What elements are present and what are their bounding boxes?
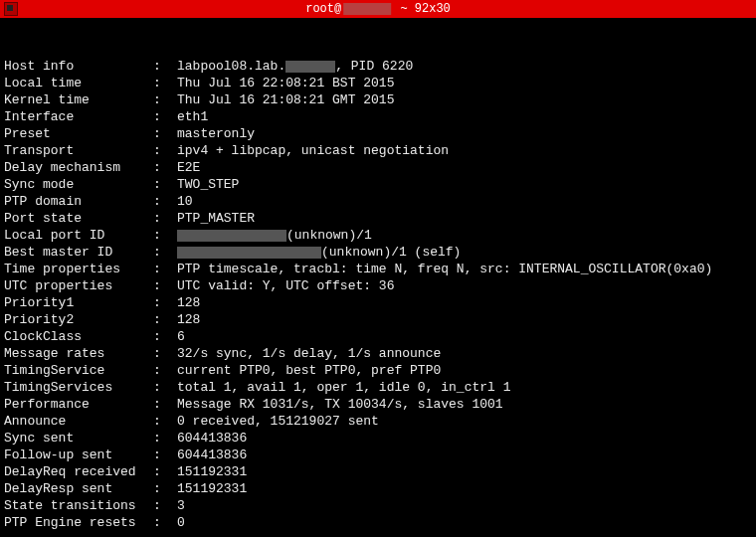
redacted-text <box>285 61 335 73</box>
colon-sep: : <box>153 497 177 514</box>
status-value: Message RX 1031/s, TX 10034/s, slaves 10… <box>177 396 752 413</box>
colon-sep: : <box>153 311 177 328</box>
colon-sep: : <box>153 244 177 261</box>
status-label: DelayResp sent <box>4 480 153 497</box>
colon-sep: : <box>153 294 177 311</box>
status-row: Interface: eth1 <box>4 108 752 125</box>
status-value: current PTP0, best PTP0, pref PTP0 <box>177 362 752 379</box>
status-label: Follow-up sent <box>4 447 153 463</box>
status-row: State transitions: 3 <box>4 497 752 514</box>
status-row: Time properties: PTP timescale, tracbl: … <box>4 261 752 277</box>
colon-sep: : <box>153 480 177 497</box>
status-label: Host info <box>4 58 153 75</box>
status-value: UTC valid: Y, UTC offset: 36 <box>177 277 752 294</box>
status-row: TimingService: current PTP0, best PTP0, … <box>4 362 752 379</box>
status-value: Thu Jul 16 21:08:21 GMT 2015 <box>177 91 752 108</box>
status-label: Interface <box>4 108 153 125</box>
status-label: Delay mechanism <box>4 159 153 176</box>
status-row: UTC properties: UTC valid: Y, UTC offset… <box>4 277 752 294</box>
status-label: Port state <box>4 210 153 227</box>
status-row: Port state: PTP_MASTER <box>4 210 752 227</box>
status-label: TimingServices <box>4 379 153 396</box>
window-titlebar[interactable]: root@ ~ 92x30 <box>0 0 756 18</box>
status-value: 604413836 <box>177 430 752 447</box>
status-value: 10 <box>177 193 752 210</box>
redacted-text <box>177 247 321 259</box>
status-row: Host info: labpool08.lab., PID 6220 <box>4 58 752 75</box>
status-row: Delay mechanism: E2E <box>4 159 752 176</box>
colon-sep: : <box>153 413 177 430</box>
status-value: 3 <box>177 497 752 514</box>
status-label: Priority2 <box>4 311 153 328</box>
title-host-redacted <box>343 3 391 15</box>
status-value: ipv4 + libpcap, unicast negotiation <box>177 142 752 159</box>
status-row: Local port ID: (unknown)/1 <box>4 227 752 244</box>
status-value: PTP timescale, tracbl: time N, freq N, s… <box>177 261 752 277</box>
status-value: 0 <box>177 514 752 531</box>
status-row: Sync sent: 604413836 <box>4 430 752 447</box>
status-value: 128 <box>177 294 752 311</box>
colon-sep: : <box>153 193 177 210</box>
colon-sep: : <box>153 430 177 447</box>
colon-sep: : <box>153 447 177 463</box>
status-row: Sync mode: TWO_STEP <box>4 176 752 193</box>
status-label: Priority1 <box>4 294 153 311</box>
status-label: Sync sent <box>4 430 153 447</box>
colon-sep: : <box>153 142 177 159</box>
window-title: root@ ~ 92x30 <box>305 2 451 16</box>
status-row: ClockClass: 6 <box>4 328 752 345</box>
status-value: labpool08.lab., PID 6220 <box>177 58 752 75</box>
title-user: root@ <box>305 2 341 16</box>
colon-sep: : <box>153 396 177 413</box>
status-row: Priority2: 128 <box>4 311 752 328</box>
status-label: Best master ID <box>4 244 153 261</box>
colon-sep: : <box>153 345 177 362</box>
status-label: Performance <box>4 396 153 413</box>
status-label: TimingService <box>4 362 153 379</box>
status-value: masteronly <box>177 125 752 142</box>
status-value: 32/s sync, 1/s delay, 1/s announce <box>177 345 752 362</box>
status-value: 0 received, 151219027 sent <box>177 413 752 430</box>
status-row: DelayReq received: 151192331 <box>4 463 752 480</box>
status-value: total 1, avail 1, oper 1, idle 0, in_ctr… <box>177 379 752 396</box>
status-value: 151192331 <box>177 463 752 480</box>
colon-sep: : <box>153 108 177 125</box>
status-row: DelayResp sent: 151192331 <box>4 480 752 497</box>
colon-sep: : <box>153 277 177 294</box>
status-row: Performance: Message RX 1031/s, TX 10034… <box>4 396 752 413</box>
colon-sep: : <box>153 328 177 345</box>
colon-sep: : <box>153 227 177 244</box>
status-label: PTP domain <box>4 193 153 210</box>
status-row: PTP Engine resets: 0 <box>4 514 752 531</box>
status-value: TWO_STEP <box>177 176 752 193</box>
status-label: Time properties <box>4 261 153 277</box>
value-text: , PID 6220 <box>335 59 413 74</box>
colon-sep: : <box>153 75 177 91</box>
status-value: (unknown)/1 (self) <box>177 244 752 261</box>
status-row: Best master ID: (unknown)/1 (self) <box>4 244 752 261</box>
value-text: (unknown)/1 <box>286 228 372 243</box>
status-value: 6 <box>177 328 752 345</box>
colon-sep: : <box>153 261 177 277</box>
colon-sep: : <box>153 362 177 379</box>
colon-sep: : <box>153 210 177 227</box>
status-row: Priority1: 128 <box>4 294 752 311</box>
title-dims: ~ 92x30 <box>393 2 451 16</box>
status-row: Transport: ipv4 + libpcap, unicast negot… <box>4 142 752 159</box>
status-value: (unknown)/1 <box>177 227 752 244</box>
terminal-output[interactable]: Host info: labpool08.lab., PID 6220Local… <box>0 18 756 537</box>
status-label: Local time <box>4 75 153 91</box>
colon-sep: : <box>153 159 177 176</box>
window-menu-icon[interactable] <box>4 2 18 16</box>
colon-sep: : <box>153 514 177 531</box>
status-row: Follow-up sent: 604413836 <box>4 447 752 463</box>
status-label: Announce <box>4 413 153 430</box>
status-label: Message rates <box>4 345 153 362</box>
status-label: Local port ID <box>4 227 153 244</box>
status-row: PTP domain: 10 <box>4 193 752 210</box>
value-text: (unknown)/1 (self) <box>321 245 461 260</box>
status-label: ClockClass <box>4 328 153 345</box>
status-label: Kernel time <box>4 91 153 108</box>
colon-sep: : <box>153 58 177 75</box>
colon-sep: : <box>153 379 177 396</box>
